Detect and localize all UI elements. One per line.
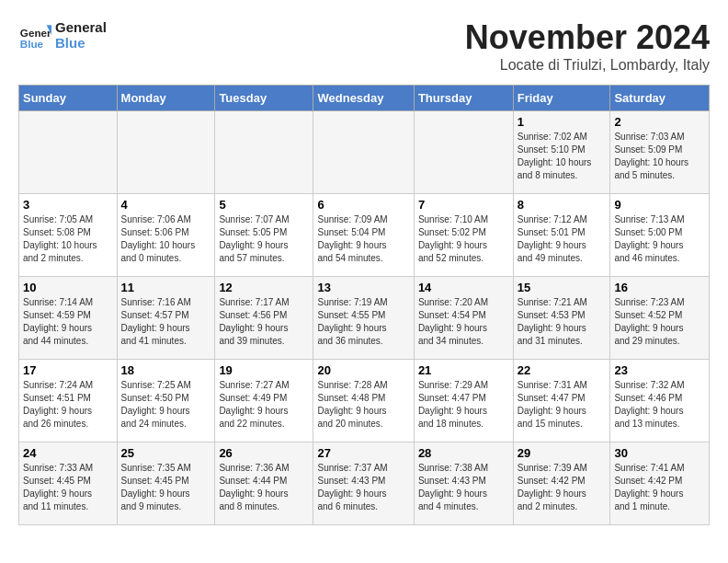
day-number: 10	[23, 281, 113, 294]
day-info: Sunrise: 7:10 AMSunset: 5:02 PMDaylight:…	[418, 213, 509, 265]
day-info: Sunrise: 7:21 AMSunset: 4:53 PMDaylight:…	[518, 296, 607, 348]
day-number: 16	[614, 281, 705, 294]
calendar-header: SundayMondayTuesdayWednesdayThursdayFrid…	[19, 86, 710, 111]
day-info: Sunrise: 7:32 AMSunset: 4:46 PMDaylight:…	[614, 379, 705, 431]
calendar-cell: 11Sunrise: 7:16 AMSunset: 4:57 PMDayligh…	[117, 277, 215, 360]
day-number: 21	[418, 363, 509, 377]
day-number: 24	[23, 446, 113, 460]
calendar-week-2: 3Sunrise: 7:05 AMSunset: 5:08 PMDaylight…	[19, 194, 710, 277]
calendar-cell: 4Sunrise: 7:06 AMSunset: 5:06 PMDaylight…	[117, 194, 215, 277]
calendar-cell: 28Sunrise: 7:38 AMSunset: 4:43 PMDayligh…	[414, 442, 513, 525]
day-info: Sunrise: 7:19 AMSunset: 4:55 PMDaylight:…	[317, 296, 409, 348]
day-info: Sunrise: 7:24 AMSunset: 4:51 PMDaylight:…	[23, 379, 113, 431]
location-subtitle: Locate di Triulzi, Lombardy, Italy	[465, 57, 710, 74]
calendar-cell: 19Sunrise: 7:27 AMSunset: 4:49 PMDayligh…	[215, 360, 313, 442]
calendar-cell	[19, 111, 118, 194]
calendar-cell: 25Sunrise: 7:35 AMSunset: 4:45 PMDayligh…	[117, 442, 215, 525]
title-block: November 2024 Locate di Triulzi, Lombard…	[465, 18, 710, 74]
weekday-header-monday: Monday	[117, 86, 215, 111]
day-number: 6	[317, 198, 409, 212]
calendar-cell: 24Sunrise: 7:33 AMSunset: 4:45 PMDayligh…	[19, 442, 118, 525]
day-info: Sunrise: 7:12 AMSunset: 5:01 PMDaylight:…	[518, 213, 607, 265]
calendar-cell: 27Sunrise: 7:37 AMSunset: 4:43 PMDayligh…	[313, 442, 414, 525]
day-number: 29	[518, 446, 607, 460]
day-number: 15	[518, 281, 607, 294]
calendar-cell: 18Sunrise: 7:25 AMSunset: 4:50 PMDayligh…	[117, 360, 215, 442]
day-number: 18	[121, 363, 211, 377]
day-info: Sunrise: 7:39 AMSunset: 4:42 PMDaylight:…	[518, 462, 607, 513]
day-number: 9	[614, 198, 705, 212]
logo: General Blue General Blue	[18, 18, 107, 52]
day-info: Sunrise: 7:13 AMSunset: 5:00 PMDaylight:…	[614, 213, 705, 265]
day-info: Sunrise: 7:27 AMSunset: 4:49 PMDaylight:…	[219, 379, 309, 431]
day-info: Sunrise: 7:14 AMSunset: 4:59 PMDaylight:…	[23, 296, 113, 348]
day-info: Sunrise: 7:38 AMSunset: 4:43 PMDaylight:…	[418, 462, 509, 513]
calendar-cell: 7Sunrise: 7:10 AMSunset: 5:02 PMDaylight…	[414, 194, 513, 277]
day-info: Sunrise: 7:09 AMSunset: 5:04 PMDaylight:…	[317, 213, 409, 265]
day-number: 30	[614, 446, 705, 460]
day-number: 11	[121, 281, 211, 294]
calendar-cell: 20Sunrise: 7:28 AMSunset: 4:48 PMDayligh…	[313, 360, 414, 442]
day-number: 2	[614, 115, 705, 129]
day-number: 4	[121, 198, 211, 212]
calendar-cell: 6Sunrise: 7:09 AMSunset: 5:04 PMDaylight…	[313, 194, 414, 277]
calendar-table: SundayMondayTuesdayWednesdayThursdayFrid…	[18, 85, 710, 525]
day-number: 23	[614, 363, 705, 377]
calendar-cell: 22Sunrise: 7:31 AMSunset: 4:47 PMDayligh…	[513, 360, 610, 442]
day-info: Sunrise: 7:23 AMSunset: 4:52 PMDaylight:…	[614, 296, 705, 348]
calendar-cell: 2Sunrise: 7:03 AMSunset: 5:09 PMDaylight…	[610, 111, 710, 194]
day-number: 14	[418, 281, 509, 294]
weekday-header-saturday: Saturday	[610, 86, 710, 111]
calendar-cell: 12Sunrise: 7:17 AMSunset: 4:56 PMDayligh…	[215, 277, 313, 360]
calendar-cell	[117, 111, 215, 194]
day-number: 13	[317, 281, 409, 294]
calendar-cell	[215, 111, 313, 194]
logo-line2: Blue	[55, 35, 107, 51]
calendar-cell: 29Sunrise: 7:39 AMSunset: 4:42 PMDayligh…	[513, 442, 610, 525]
day-number: 25	[121, 446, 211, 460]
day-info: Sunrise: 7:37 AMSunset: 4:43 PMDaylight:…	[317, 462, 409, 513]
day-info: Sunrise: 7:02 AMSunset: 5:10 PMDaylight:…	[518, 131, 607, 182]
calendar-cell: 26Sunrise: 7:36 AMSunset: 4:44 PMDayligh…	[215, 442, 313, 525]
day-number: 7	[418, 198, 509, 212]
day-number: 27	[317, 446, 409, 460]
day-number: 28	[418, 446, 509, 460]
calendar-cell: 9Sunrise: 7:13 AMSunset: 5:00 PMDaylight…	[610, 194, 710, 277]
day-info: Sunrise: 7:36 AMSunset: 4:44 PMDaylight:…	[219, 462, 309, 513]
day-info: Sunrise: 7:41 AMSunset: 4:42 PMDaylight:…	[614, 462, 705, 513]
weekday-header-friday: Friday	[513, 86, 610, 111]
day-info: Sunrise: 7:05 AMSunset: 5:08 PMDaylight:…	[23, 213, 113, 265]
day-info: Sunrise: 7:20 AMSunset: 4:54 PMDaylight:…	[418, 296, 509, 348]
calendar-cell: 23Sunrise: 7:32 AMSunset: 4:46 PMDayligh…	[610, 360, 710, 442]
day-number: 3	[23, 198, 113, 212]
svg-text:Blue: Blue	[20, 38, 44, 50]
day-number: 19	[219, 363, 309, 377]
calendar-cell: 14Sunrise: 7:20 AMSunset: 4:54 PMDayligh…	[414, 277, 513, 360]
logo-icon: General Blue	[18, 18, 51, 52]
calendar-week-4: 17Sunrise: 7:24 AMSunset: 4:51 PMDayligh…	[19, 360, 710, 442]
day-number: 20	[317, 363, 409, 377]
day-info: Sunrise: 7:29 AMSunset: 4:47 PMDaylight:…	[418, 379, 509, 431]
day-info: Sunrise: 7:31 AMSunset: 4:47 PMDaylight:…	[518, 379, 607, 431]
calendar-body: 1Sunrise: 7:02 AMSunset: 5:10 PMDaylight…	[19, 111, 710, 525]
calendar-week-3: 10Sunrise: 7:14 AMSunset: 4:59 PMDayligh…	[19, 277, 710, 360]
calendar-cell: 15Sunrise: 7:21 AMSunset: 4:53 PMDayligh…	[513, 277, 610, 360]
logo-line1: General	[55, 19, 107, 35]
day-info: Sunrise: 7:03 AMSunset: 5:09 PMDaylight:…	[614, 131, 705, 182]
weekday-header-wednesday: Wednesday	[313, 86, 414, 111]
day-info: Sunrise: 7:07 AMSunset: 5:05 PMDaylight:…	[219, 213, 309, 265]
day-info: Sunrise: 7:17 AMSunset: 4:56 PMDaylight:…	[219, 296, 309, 348]
weekday-header-thursday: Thursday	[414, 86, 513, 111]
calendar-week-1: 1Sunrise: 7:02 AMSunset: 5:10 PMDaylight…	[19, 111, 710, 194]
day-info: Sunrise: 7:33 AMSunset: 4:45 PMDaylight:…	[23, 462, 113, 513]
day-number: 8	[518, 198, 607, 212]
day-number: 22	[518, 363, 607, 377]
month-title: November 2024	[465, 18, 710, 57]
calendar-cell	[313, 111, 414, 194]
day-info: Sunrise: 7:16 AMSunset: 4:57 PMDaylight:…	[121, 296, 211, 348]
day-info: Sunrise: 7:06 AMSunset: 5:06 PMDaylight:…	[121, 213, 211, 265]
day-number: 17	[23, 363, 113, 377]
calendar-cell: 30Sunrise: 7:41 AMSunset: 4:42 PMDayligh…	[610, 442, 710, 525]
weekday-header-sunday: Sunday	[19, 86, 118, 111]
day-number: 1	[518, 115, 607, 129]
